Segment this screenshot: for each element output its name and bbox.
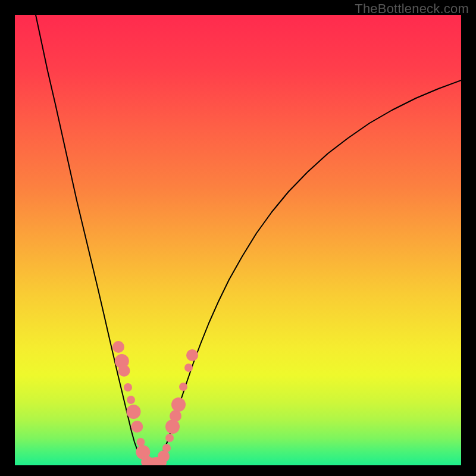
curve-marker-dot [127,396,135,404]
curve-marker-dot [131,421,143,433]
curve-marker-dot [170,410,181,422]
curve-marker-dot [165,419,180,434]
curve-marker-dot [118,365,130,377]
curve-marker-dot [136,438,145,446]
plot-area [15,15,461,465]
curve-marker-dot [158,450,170,462]
curve-marker-dot [162,444,171,452]
curve-marker-dot [186,349,198,361]
watermark-text: TheBottleneck.com [355,1,469,17]
marker-group-left [112,341,164,465]
curve-marker-dot [124,383,132,392]
stage: TheBottleneck.com [0,0,476,476]
curve-marker-dot [165,434,174,442]
curve-marker-dot [127,405,141,419]
curve-marker-dot [171,397,186,412]
plot-svg [15,15,461,465]
marker-group-right [155,349,198,465]
v-curve-line [36,15,461,465]
curve-marker-dot [179,383,187,391]
curve-marker-dot [112,341,124,353]
curve-marker-dot [184,364,193,372]
